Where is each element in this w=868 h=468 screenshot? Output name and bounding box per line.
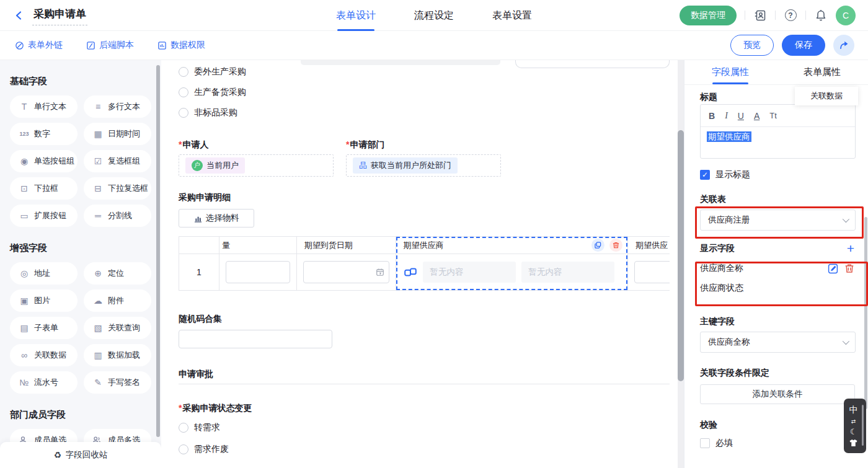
radio-icon[interactable] <box>179 423 188 433</box>
panel-scrollbar[interactable] <box>864 217 867 409</box>
applicant-field[interactable]: *申请人 户 当前用户 <box>179 139 334 177</box>
quantity-column[interactable]: 量 <box>219 237 297 290</box>
applicant-value-box[interactable]: 户 当前用户 <box>179 154 334 177</box>
tab-form-setting[interactable]: 表单设置 <box>492 0 532 31</box>
delete-icon[interactable] <box>844 263 854 273</box>
user-avatar[interactable]: C <box>836 6 856 25</box>
add-display-field-icon[interactable]: + <box>847 243 854 254</box>
sidebar-scrollbar[interactable] <box>156 65 160 437</box>
tab-form-design[interactable]: 表单设计 <box>336 0 376 31</box>
font-size-icon[interactable]: Tt <box>769 111 777 120</box>
bold-icon[interactable]: B <box>709 111 715 121</box>
field-pill-serial-number[interactable]: №流水号 <box>10 371 78 394</box>
required-checkbox-row[interactable]: 必填 <box>700 438 868 449</box>
notification-bell-icon[interactable] <box>814 9 828 22</box>
field-pill-image[interactable]: ▣图片 <box>10 289 78 312</box>
next-supplier-column[interactable]: 期望供应 <box>628 237 670 290</box>
field-pill-address[interactable]: ◎地址 <box>10 262 78 285</box>
help-icon[interactable]: ? <box>784 9 797 22</box>
switch-lang-icon[interactable]: ⇄ <box>851 418 856 425</box>
field-pill-subform[interactable]: ▤子表单 <box>10 317 78 339</box>
status-option-2[interactable]: 需求作废 <box>179 444 670 455</box>
copy-column-icon[interactable] <box>591 239 604 252</box>
field-recycle-bin[interactable]: ♻ 字段回收站 <box>0 442 161 468</box>
random-code-input[interactable] <box>179 330 332 348</box>
data-load-icon: ▥ <box>92 350 104 360</box>
dark-mode-moon-icon[interactable]: ☾ <box>850 427 857 436</box>
display-field-item-1[interactable]: 供应商全称 <box>700 263 854 274</box>
share-button[interactable] <box>833 35 854 56</box>
required-mark: * <box>179 403 182 413</box>
data-manage-button[interactable]: 数据管理 <box>680 6 737 25</box>
quantity-header[interactable]: 量 <box>219 237 296 254</box>
display-field-item-2[interactable]: 供应商状态 <box>700 283 854 294</box>
radio-icon[interactable] <box>179 87 188 97</box>
radio-icon[interactable] <box>179 444 188 454</box>
field-pill-divider[interactable]: ═分割线 <box>84 205 151 227</box>
department-chip[interactable]: 品 获取当前用户所处部门 <box>353 157 458 174</box>
date-column[interactable]: 期望到货日期 <box>297 237 396 290</box>
purchase-type-option-3[interactable]: 非标品采购 <box>179 107 670 118</box>
field-pill-relation-data[interactable]: ∞关联数据 <box>10 344 78 366</box>
field-pill-number[interactable]: 123数字 <box>10 123 78 145</box>
field-pill-multi-dropdown[interactable]: ⊟下拉复选框 <box>84 177 151 200</box>
tab-form-properties[interactable]: 表单属性 <box>776 60 868 84</box>
field-pill-extend-button[interactable]: ▭扩展按钮 <box>10 205 78 227</box>
field-pill-datetime[interactable]: ▦日期时间 <box>84 123 151 145</box>
title-editor-content[interactable]: 期望供应商 <box>701 127 855 158</box>
title-rich-editor[interactable]: B I U A Tt 期望供应商 <box>700 104 856 159</box>
theme-shirt-icon[interactable] <box>849 439 858 447</box>
field-pill-relation-query[interactable]: ▧关联查询 <box>84 317 151 339</box>
font-color-icon[interactable]: A <box>754 111 760 121</box>
field-pill-checkbox-group[interactable]: ☑复选框组 <box>84 150 151 172</box>
checkbox-empty-icon[interactable] <box>700 438 710 448</box>
current-user-chip[interactable]: 户 当前用户 <box>185 157 245 174</box>
field-pill-dropdown[interactable]: ⊡下拉框 <box>10 177 78 200</box>
translate-float-widget[interactable]: 中 ⇄ ☾ <box>844 399 866 453</box>
next-column-header[interactable]: 期望供应 <box>628 237 670 254</box>
field-pill-attachment[interactable]: ☁附件 <box>84 289 151 312</box>
radio-icon[interactable] <box>179 67 188 77</box>
date-header[interactable]: 期望到货日期 <box>297 237 396 254</box>
external-link-item[interactable]: 表单外链 <box>15 40 63 51</box>
supplier-header-label[interactable]: 期望供应商 <box>404 240 444 251</box>
field-pill-single-text[interactable]: T单行文本 <box>10 95 78 118</box>
status-option-1[interactable]: 转需求 <box>179 422 670 433</box>
preview-button[interactable]: 预览 <box>730 35 774 56</box>
department-value-box[interactable]: 品 获取当前用户所处部门 <box>346 154 501 177</box>
tab-flow-setting[interactable]: 流程设定 <box>414 0 454 31</box>
primary-key-select[interactable]: 供应商全称 <box>700 332 856 353</box>
next-column-input[interactable] <box>634 261 670 283</box>
radio-icon[interactable] <box>179 108 188 118</box>
field-pill-radio-group[interactable]: ◉单选按钮组 <box>10 150 78 172</box>
form-title[interactable]: 采购申请单 <box>32 6 87 25</box>
related-table-value: 供应商注册 <box>708 214 750 226</box>
checkbox-checked-icon[interactable]: ✓ <box>700 170 710 180</box>
show-title-checkbox-row[interactable]: ✓ 显示标题 <box>700 169 868 180</box>
pill-label: 关联数据 <box>34 350 66 361</box>
select-material-button[interactable]: 选择物料 <box>179 209 254 227</box>
chinese-lang-icon[interactable]: 中 <box>849 405 858 416</box>
edit-icon[interactable] <box>828 263 838 274</box>
data-permission-item[interactable]: 数据权限 <box>157 40 205 51</box>
add-condition-button[interactable]: 添加关联条件 <box>700 384 855 404</box>
field-pill-signature[interactable]: ✎手写签名 <box>84 371 151 394</box>
back-icon[interactable] <box>12 9 26 22</box>
supplier-column-selected[interactable]: 期望供应商 暂无内容 暂无内容 <box>396 237 628 290</box>
field-pill-data-load[interactable]: ▥数据加载 <box>84 344 151 366</box>
save-button[interactable]: 保存 <box>782 35 825 56</box>
field-pill-location[interactable]: ⊕定位 <box>84 262 151 285</box>
canvas-scrollbar-thumb[interactable] <box>678 130 684 381</box>
italic-icon[interactable]: I <box>725 111 728 121</box>
tab-field-properties[interactable]: 字段属性 <box>684 60 776 84</box>
related-table-select[interactable]: 供应商注册 <box>700 210 856 231</box>
delete-column-icon[interactable] <box>609 239 622 252</box>
field-pill-multi-text[interactable]: ≡多行文本 <box>84 95 151 118</box>
purchase-type-option-2[interactable]: 生产备货采购 <box>179 87 670 98</box>
department-field[interactable]: *申请部门 品 获取当前用户所处部门 <box>346 139 501 177</box>
contact-book-icon[interactable] <box>753 9 767 22</box>
backend-script-item[interactable]: 后端脚本 <box>86 40 134 51</box>
required-checkbox-label: 必填 <box>715 438 733 449</box>
underline-icon[interactable]: U <box>738 111 744 121</box>
quantity-input[interactable] <box>226 261 290 283</box>
